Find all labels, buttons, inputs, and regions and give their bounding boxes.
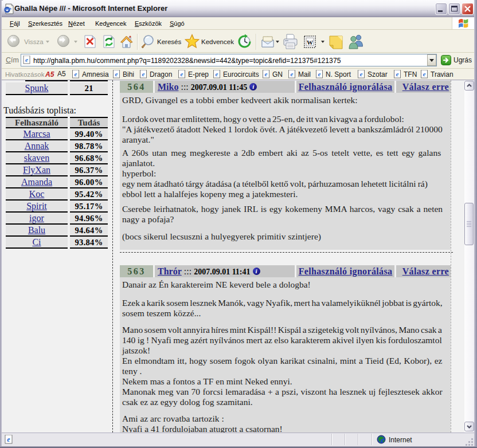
svg-text:e: e: [25, 56, 28, 63]
svg-text:e: e: [216, 70, 218, 77]
svg-text:e: e: [423, 70, 426, 77]
svg-text:e: e: [396, 70, 399, 77]
svg-text:e: e: [7, 435, 10, 443]
svg-text:e: e: [291, 70, 294, 77]
svg-text:e: e: [75, 70, 77, 77]
svg-text:e: e: [265, 70, 268, 77]
svg-text:e: e: [142, 70, 145, 77]
svg-text:e: e: [181, 70, 183, 77]
svg-text:A5: A5: [45, 70, 54, 78]
svg-text:W: W: [307, 39, 313, 46]
svg-text:e: e: [115, 70, 118, 77]
svg-text:e: e: [318, 70, 321, 77]
svg-text:e: e: [360, 70, 363, 77]
